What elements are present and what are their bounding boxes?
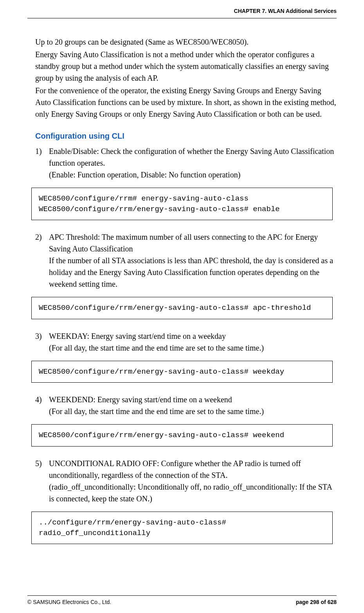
intro-line-2: Energy Saving Auto Classification is not… [35,49,337,84]
intro-line-1: Up to 20 groups can be designated (Same … [35,36,337,48]
item-text: UNCONDITIONAL RADIO OFF: Configure wheth… [49,459,301,479]
item-text: WEEKDEND: Energy saving start/end time o… [49,395,232,404]
item-3: 3) WEEKDAY: Energy saving start/end time… [27,330,337,354]
item-4: 4) WEEKDEND: Energy saving start/end tim… [27,394,337,417]
item-note: (For all day, the start time and the end… [49,407,264,416]
code-block-1: WEC8500/configure/rrm# energy-saving-aut… [31,188,333,220]
chapter-title: CHAPTER 7. WLAN Additional Services [234,8,337,14]
item-number: 5) [35,457,47,469]
page-number: page 298 of 628 [296,599,337,605]
item-number: 4) [35,394,47,405]
item-note: If the number of all STA associations is… [49,256,333,288]
item-note: (For all day, the start time and the end… [49,344,264,352]
item-note: (radio_off_unconditionally: Unconditiona… [49,483,332,503]
item-text: APC Threshold: The maximum number of all… [49,233,318,253]
page-header: CHAPTER 7. WLAN Additional Services [27,8,337,18]
item-content: WEEKDAY: Energy saving start/end time on… [49,330,337,354]
item-number: 2) [35,231,47,243]
item-5: 5) UNCONDITIONAL RADIO OFF: Configure wh… [27,457,337,505]
item-content: WEEKDEND: Energy saving start/end time o… [49,394,337,417]
item-text: WEEKDAY: Energy saving start/end time on… [49,332,226,340]
item-note: (Enable: Function operation, Disable: No… [49,170,240,179]
page-container: CHAPTER 7. WLAN Additional Services Up t… [0,0,364,613]
code-block-4: WEC8500/configure/rrm/energy-saving-auto… [31,424,333,447]
item-number: 3) [35,330,47,342]
item-content: UNCONDITIONAL RADIO OFF: Configure wheth… [49,457,337,505]
copyright-text: © SAMSUNG Electronics Co., Ltd. [27,599,111,605]
item-text: Enable/Disable: Check the configuration … [49,147,334,167]
page-footer: © SAMSUNG Electronics Co., Ltd. page 298… [27,595,337,605]
intro-paragraph: Up to 20 groups can be designated (Same … [27,36,337,120]
intro-line-3: For the convenience of the operator, the… [35,85,337,120]
item-2: 2) APC Threshold: The maximum number of … [27,231,337,290]
item-content: APC Threshold: The maximum number of all… [49,231,337,290]
item-content: Enable/Disable: Check the configuration … [49,145,337,181]
code-block-5: ../configure/rrm/energy-saving-auto-clas… [31,512,333,544]
item-1: 1) Enable/Disable: Check the configurati… [27,145,337,181]
item-number: 1) [35,145,47,157]
code-block-2: WEC8500/configure/rrm/energy-saving-auto… [31,297,333,319]
code-block-3: WEC8500/configure/rrm/energy-saving-auto… [31,361,333,383]
section-title: Configuration using CLI [27,132,337,141]
